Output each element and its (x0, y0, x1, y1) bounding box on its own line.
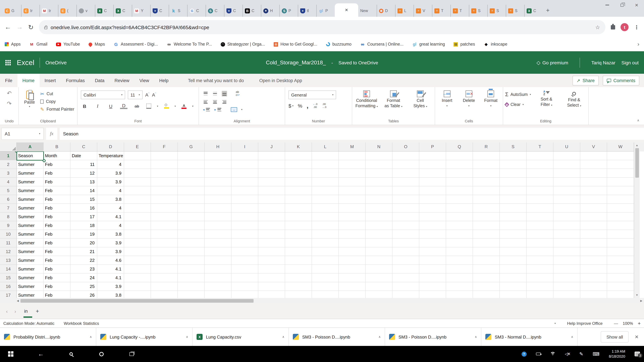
cell-O15[interactable] (392, 274, 419, 282)
cell-D15[interactable]: 4.1 (97, 274, 124, 282)
cell-T10[interactable] (526, 230, 554, 239)
cell-N1[interactable] (366, 151, 392, 160)
browser-tab[interactable]: ≡L (395, 5, 414, 17)
cell-T6[interactable] (526, 195, 554, 204)
scroll-up-icon[interactable]: ▲ (636, 142, 638, 148)
cell-M3[interactable] (339, 169, 366, 178)
find-select-button[interactable]: Find &Select ▾ (562, 90, 586, 118)
cell-P1[interactable] (419, 151, 446, 160)
row-header-17[interactable]: 17 (0, 291, 17, 298)
cell-E10[interactable] (124, 230, 151, 239)
browser-tab[interactable]: XC (95, 5, 113, 17)
bookmarks-overflow-icon[interactable]: › (638, 41, 639, 48)
bookmark-item[interactable]: ◆inkscape (484, 42, 507, 46)
collapse-ribbon-button[interactable]: ∧ (637, 119, 639, 122)
cell-E3[interactable] (124, 169, 151, 178)
cell-L17[interactable] (312, 291, 339, 298)
cell-R17[interactable] (473, 291, 500, 298)
cell-E11[interactable] (124, 239, 151, 247)
cell-K13[interactable] (285, 256, 312, 265)
wifi-icon[interactable] (550, 352, 556, 356)
cell-G2[interactable] (178, 160, 204, 169)
borders-button[interactable] (146, 104, 151, 109)
cell-K12[interactable] (285, 247, 312, 256)
cell-R7[interactable] (473, 204, 500, 213)
column-header-G[interactable]: G (178, 142, 204, 151)
cell-V5[interactable] (580, 186, 607, 195)
back-button[interactable]: ← (5, 23, 11, 31)
share-button[interactable]: ↗ Share (572, 76, 599, 85)
cell-U7[interactable] (554, 204, 580, 213)
cut-button[interactable]: ✂ Cut (40, 91, 74, 96)
app-launcher-icon[interactable] (5, 60, 11, 65)
scroll-left-icon[interactable]: ◀ (15, 299, 20, 302)
cell-R9[interactable] (473, 221, 500, 230)
cell-U5[interactable] (554, 186, 580, 195)
row-header-14[interactable]: 14 (0, 265, 17, 274)
cell-U1[interactable] (554, 151, 580, 160)
cell-C11[interactable]: 20 (70, 239, 97, 247)
double-underline-button[interactable]: D (120, 103, 128, 109)
cell-S2[interactable] (500, 160, 526, 169)
cell-J7[interactable] (258, 204, 285, 213)
cell-B17[interactable]: Feb (44, 291, 70, 298)
menu-tab-formulas[interactable]: Formulas (61, 74, 90, 87)
cell-V8[interactable] (580, 213, 607, 221)
cell-E2[interactable] (124, 160, 151, 169)
cell-Q12[interactable] (446, 247, 473, 256)
insert-cells-button[interactable]: Insert ▾ (437, 90, 457, 118)
cell-O13[interactable] (392, 256, 419, 265)
download-item[interactable]: SM3 - Normal D....ipynb∧ (481, 328, 578, 346)
browser-tab[interactable]: ≡S (506, 5, 524, 17)
cell-N3[interactable] (366, 169, 392, 178)
cell-P8[interactable] (419, 213, 446, 221)
wrap-text-button[interactable]: abc↩ (236, 90, 240, 97)
cell-N12[interactable] (366, 247, 392, 256)
bookmark-item[interactable]: ◠Strategyzer | Orga... (220, 42, 265, 46)
cell-C7[interactable]: 16 (70, 204, 97, 213)
cell-I6[interactable] (232, 195, 258, 204)
align-middle-button[interactable] (212, 91, 218, 96)
cell-T1[interactable] (526, 151, 554, 160)
cell-B7[interactable]: Feb (44, 204, 70, 213)
cell-M6[interactable] (339, 195, 366, 204)
fx-icon[interactable]: fx (46, 128, 57, 140)
browser-tab[interactable]: glP (316, 5, 335, 17)
cell-F17[interactable] (151, 291, 178, 298)
cell-N4[interactable] (366, 178, 392, 186)
save-status[interactable]: Saved to OneDrive (338, 60, 378, 65)
cell-Q3[interactable] (446, 169, 473, 178)
cell-K17[interactable] (285, 291, 312, 298)
cell-U17[interactable] (554, 291, 580, 298)
add-sheet-button[interactable]: + (36, 308, 39, 315)
cell-B13[interactable]: Feb (44, 256, 70, 265)
column-header-E[interactable]: E (124, 142, 151, 151)
column-header-O[interactable]: O (392, 142, 419, 151)
app-name[interactable]: Excel (17, 58, 34, 66)
cell-M13[interactable] (339, 256, 366, 265)
cell-J8[interactable] (258, 213, 285, 221)
cell-Q16[interactable] (446, 282, 473, 291)
cell-I1[interactable] (232, 151, 258, 160)
cell-A12[interactable]: Summer (17, 247, 44, 256)
cell-I7[interactable] (232, 204, 258, 213)
cell-H2[interactable] (204, 160, 232, 169)
cell-D8[interactable]: 4.1 (97, 213, 124, 221)
cell-O11[interactable] (392, 239, 419, 247)
cell-C6[interactable]: 15 (70, 195, 97, 204)
cell-Q6[interactable] (446, 195, 473, 204)
sheet-nav-next-icon[interactable]: › (14, 308, 16, 314)
url-text[interactable]: onedrive.live.com/Edit.aspx?resid=6A4CB4… (51, 24, 592, 30)
cell-V3[interactable] (580, 169, 607, 178)
cell-F1[interactable] (151, 151, 178, 160)
cell-L1[interactable] (312, 151, 339, 160)
cell-M9[interactable] (339, 221, 366, 230)
cell-L16[interactable] (312, 282, 339, 291)
cell-V12[interactable] (580, 247, 607, 256)
cell-H3[interactable] (204, 169, 232, 178)
taskbar-search-button[interactable] (68, 352, 74, 356)
tell-me-box[interactable]: Tell me what you want to do (183, 74, 249, 87)
cell-T8[interactable] (526, 213, 554, 221)
browser-tab[interactable]: CG (3, 5, 21, 17)
cell-U11[interactable] (554, 239, 580, 247)
